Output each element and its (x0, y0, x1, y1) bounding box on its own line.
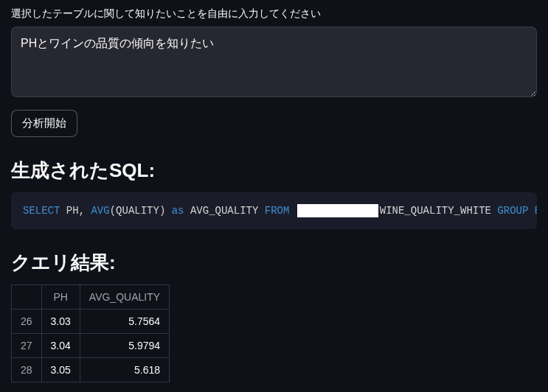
cell-avg: 5.7564 (80, 309, 169, 334)
cell-avg: 5.9794 (80, 334, 169, 358)
query-results-heading: クエリ結果: (11, 250, 537, 276)
table-row: 28 3.05 5.618 (12, 358, 170, 382)
sql-keyword-as: as (172, 205, 184, 217)
cell-ph: 3.05 (41, 358, 80, 382)
sql-table-suffix: WINE_QUALITY_WHITE (380, 205, 491, 217)
sql-col-ph: PH, (66, 205, 85, 217)
analyze-button[interactable]: 分析開始 (11, 110, 77, 137)
textarea-label: 選択したテーブルに関して知りたいことを自由に入力してください (11, 7, 537, 21)
table-row: 26 3.03 5.7564 (12, 309, 170, 334)
sql-alias: AVG_QUALITY (190, 205, 258, 217)
row-index: 28 (12, 358, 42, 382)
sql-keyword-select: SELECT (23, 205, 60, 217)
sql-keyword-from: FROM (265, 205, 290, 217)
row-index: 27 (12, 334, 42, 358)
sql-func-avg: AVG (91, 205, 109, 217)
sql-quality-paren: (QUALITY) (110, 205, 166, 217)
cell-ph: 3.04 (41, 334, 80, 358)
results-table: PH AVG_QUALITY 26 3.03 5.7564 27 3.04 5.… (11, 284, 170, 382)
redacted-block (297, 204, 378, 217)
col-header-avg: AVG_QUALITY (80, 285, 169, 309)
cell-avg: 5.618 (80, 358, 169, 382)
table-header-row: PH AVG_QUALITY (12, 285, 170, 309)
sql-keyword-groupby: GROUP BY (497, 205, 537, 217)
col-header-ph: PH (41, 285, 80, 309)
cell-ph: 3.03 (41, 309, 80, 334)
table-row: 27 3.04 5.9794 (12, 334, 170, 358)
table-corner (12, 285, 42, 309)
row-index: 26 (12, 309, 42, 334)
sql-code-block: SELECT PH, AVG(QUALITY) as AVG_QUALITY F… (11, 192, 537, 229)
generated-sql-heading: 生成されたSQL: (11, 158, 537, 183)
query-textarea[interactable] (11, 27, 537, 97)
